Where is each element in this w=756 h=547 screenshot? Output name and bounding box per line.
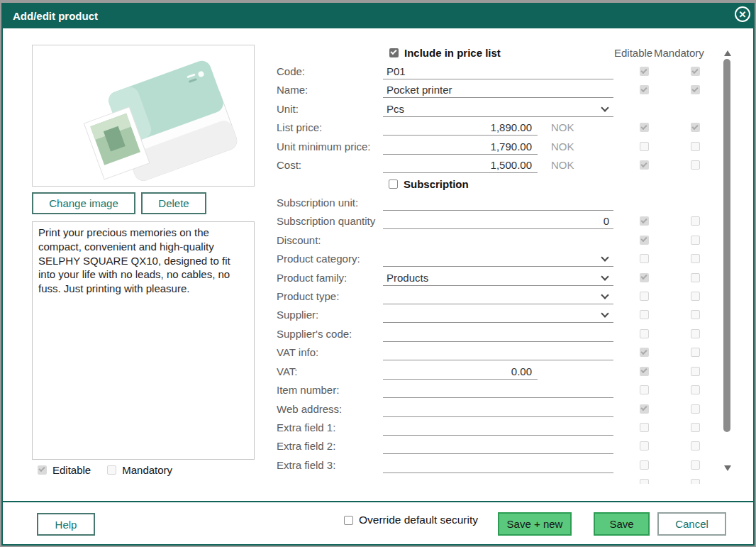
text-field[interactable]: P01 <box>383 64 613 79</box>
override-default-security-checkbox[interactable] <box>344 516 353 525</box>
currency-suffix: NOK <box>551 159 574 171</box>
text-field[interactable] <box>383 402 613 417</box>
field-label: Subscription quantity <box>277 215 375 227</box>
subscription-toggle: Subscription <box>389 178 469 191</box>
chevron-down-icon <box>601 254 608 262</box>
mandatory-checkbox <box>691 385 700 394</box>
mandatory-checkbox <box>691 329 700 338</box>
field-label: Name: <box>277 84 308 96</box>
field-label: List price: <box>277 121 322 133</box>
form-row: Supplier's code: <box>277 326 716 345</box>
editable-checkbox <box>640 292 649 301</box>
mandatory-checkbox <box>691 123 700 132</box>
field-label: Extra field 3: <box>277 459 335 471</box>
text-field[interactable]: Pocket printer <box>383 82 613 98</box>
editable-checkbox <box>640 441 649 451</box>
field-label: Product category: <box>277 253 360 265</box>
field-label: Product family: <box>277 272 347 284</box>
form-row: Product type: <box>277 289 716 307</box>
price-field[interactable]: 1,500.00 <box>383 158 538 173</box>
text-field[interactable]: 0 <box>383 214 613 229</box>
delete-image-button[interactable]: Delete <box>141 192 206 214</box>
select-field[interactable] <box>383 289 613 304</box>
include-in-price-list-label: Include in price list <box>404 47 501 59</box>
save-and-new-button[interactable]: Save + new <box>498 512 572 536</box>
editable-checkbox <box>640 236 649 245</box>
form-row: Name:Pocket printer <box>277 82 716 101</box>
text-field[interactable] <box>383 382 613 398</box>
price-field[interactable]: 1,790.00 <box>383 139 538 155</box>
field-label: Supplier: <box>277 309 318 321</box>
form-row: Unit minimum price:1,790.00NOK <box>277 139 716 158</box>
form-row: Product family:Products <box>277 270 716 289</box>
mandatory-checkbox <box>691 160 700 170</box>
mandatory-label: Mandatory <box>122 464 172 476</box>
field-label: Product type: <box>277 290 339 302</box>
field-label: Item number: <box>277 384 339 396</box>
editable-checkbox <box>640 123 649 132</box>
mandatory-checkbox <box>691 460 700 470</box>
description-textarea[interactable]: Print your precious memories on the comp… <box>32 221 255 460</box>
text-field[interactable] <box>383 326 613 342</box>
currency-suffix: NOK <box>551 140 574 153</box>
mandatory-checkbox <box>691 310 700 319</box>
editable-checkbox <box>640 329 649 338</box>
form-row: Unit:Pcs <box>277 101 716 120</box>
scroll-down-icon[interactable] <box>724 465 731 471</box>
dialog-titlebar: Add/edit product ✕ <box>3 4 753 28</box>
text-field[interactable] <box>383 438 613 454</box>
editable-checkbox <box>640 404 649 414</box>
chevron-down-icon <box>601 310 608 318</box>
editable-checkbox <box>640 348 649 357</box>
help-button[interactable]: Help <box>37 513 95 536</box>
mandatory-checkbox <box>691 479 700 484</box>
field-label: VAT: <box>277 365 297 377</box>
form-row: Subscription quantity0 <box>277 214 716 232</box>
select-field[interactable] <box>383 251 613 267</box>
editable-checkbox <box>640 254 649 263</box>
change-image-button[interactable]: Change image <box>32 192 135 214</box>
text-field[interactable] <box>383 195 613 211</box>
select-field[interactable]: Pcs <box>383 101 613 117</box>
editable-checkbox <box>640 460 649 470</box>
chevron-down-icon <box>601 104 608 111</box>
field-label: Supplier's code: <box>277 328 352 340</box>
text-field[interactable] <box>383 458 613 473</box>
save-button[interactable]: Save <box>594 512 650 536</box>
select-field[interactable] <box>383 307 613 323</box>
mandatory-checkbox[interactable] <box>107 465 116 475</box>
field-label: Extra field 1: <box>277 421 335 433</box>
override-default-security-label: Override default security <box>359 514 478 526</box>
mandatory-checkbox <box>691 292 700 301</box>
editable-checkbox <box>640 310 649 319</box>
price-field[interactable]: 1,890.00 <box>383 120 538 136</box>
mandatory-column-header: Mandatory <box>654 47 704 59</box>
mandatory-checkbox <box>691 273 700 282</box>
include-in-price-list-checkbox[interactable] <box>389 48 399 57</box>
editable-checkbox[interactable] <box>38 465 47 475</box>
field-label: Web address: <box>277 403 342 415</box>
form-rows: Code:P01Name:Pocket printerUnit:PcsList … <box>277 64 716 484</box>
price-field[interactable]: 0.00 <box>383 364 538 380</box>
text-field[interactable] <box>383 345 613 360</box>
chevron-down-icon <box>601 272 608 280</box>
text-field[interactable] <box>383 420 613 436</box>
form-row: Code:P01 <box>277 64 716 82</box>
scroll-up-icon[interactable] <box>724 50 731 56</box>
product-image <box>32 45 255 187</box>
editable-checkbox <box>640 385 649 394</box>
subscription-checkbox[interactable] <box>389 179 398 189</box>
select-field[interactable]: Products <box>383 270 613 286</box>
close-icon[interactable]: ✕ <box>735 6 750 22</box>
field-label: Unit minimum price: <box>277 140 371 153</box>
form-row: Subscription <box>277 177 716 195</box>
scrollbar-thumb[interactable] <box>723 59 730 432</box>
form-row: VAT info: <box>277 345 716 363</box>
form-row: Product category: <box>277 251 716 270</box>
field-label: Code: <box>277 65 305 77</box>
override-default-security: Override default security <box>344 514 478 526</box>
form-row: Subscription unit: <box>277 195 716 214</box>
form-row: Extra field 1: <box>277 420 716 438</box>
form-row: List price:1,890.00NOK <box>277 120 716 138</box>
cancel-button[interactable]: Cancel <box>657 512 726 536</box>
